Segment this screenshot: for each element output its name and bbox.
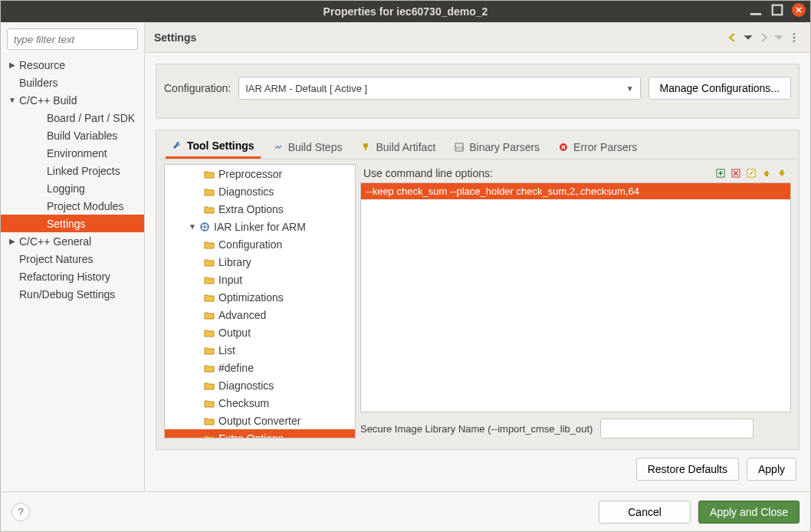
tool-tree-item[interactable]: Extra Options [165,200,355,218]
manage-configurations-button[interactable]: Manage Configurations... [648,77,791,100]
collapse-icon: ▼ [7,96,18,104]
sidebar-item[interactable]: Run/Debug Settings [1,285,144,303]
sidebar-item[interactable]: Project Natures [1,250,144,268]
panel-header: Settings [145,22,810,53]
tool-tree-item[interactable]: Diagnostics [165,182,355,200]
tool-tree-item[interactable]: Optimizations [165,288,355,306]
cancel-button[interactable]: Cancel [599,501,691,524]
settings-tabs: Tool SettingsBuild StepsBuild Artifact01… [159,130,796,159]
folder-icon [203,379,215,392]
sidebar-item[interactable]: Logging [1,179,144,197]
tool-tree-item[interactable]: Output Converter [165,412,355,429]
tab-binary-parsers[interactable]: 010Binary Parsers [448,135,546,159]
wrench-icon [172,140,182,151]
sidebar-item-label: Linked Projects [45,165,120,177]
folder-icon [203,309,215,321]
tool-tree[interactable]: PreprocessorDiagnosticsExtra Options▼IAR… [164,164,356,438]
delete-icon[interactable] [730,167,742,179]
category-tree[interactable]: ▶ResourceBuilders▼C/C++ BuildBoard / Par… [1,56,144,491]
move-down-icon[interactable] [776,167,788,179]
apply-button[interactable]: Apply [747,458,796,481]
trophy-icon [360,142,371,153]
category-sidebar: ▶ResourceBuilders▼C/C++ BuildBoard / Par… [1,22,145,491]
sidebar-item-label: Logging [45,182,85,195]
sidebar-item-label: Builders [18,77,58,89]
folder-icon [203,203,215,215]
tool-tree-item[interactable]: ▼IAR Linker for ARM [165,218,355,235]
move-up-icon[interactable] [760,167,773,179]
options-pane: Use command line options: --keep check_s… [360,164,791,438]
folder-icon [203,168,215,180]
tab-error-parsers[interactable]: Error Parsers [552,135,643,159]
configuration-value: IAR ARM - Default [ Active ] [245,83,367,94]
configuration-dropdown[interactable]: IAR ARM - Default [ Active ] ▼ [238,77,640,100]
forward-icon[interactable] [757,31,770,44]
sidebar-item-label: Project Natures [18,253,93,265]
tab-tool-settings[interactable]: Tool Settings [166,135,261,159]
back-icon[interactable] [726,31,740,44]
sidebar-item-label: Project Modules [45,200,123,212]
sidebar-item-label: C/C++ General [18,235,91,248]
svg-point-6 [793,40,796,42]
steps-icon [273,142,284,153]
sidebar-item[interactable]: Project Modules [1,197,144,215]
tool-tree-item[interactable]: Advanced [165,306,355,323]
minimize-icon[interactable] [749,3,763,17]
tool-tree-label: Diagnostics [218,186,274,198]
close-icon[interactable] [792,3,806,17]
svg-rect-1 [773,5,783,15]
window-title: Properties for iec60730_demo_2 [323,5,488,18]
dialog-footer: ? Cancel Apply and Close [1,491,810,531]
edit-icon[interactable] [745,167,757,179]
tool-tree-item[interactable]: Output [165,323,355,341]
folder-icon [203,291,215,304]
sidebar-item[interactable]: ▶C/C++ General [1,232,144,250]
sidebar-item[interactable]: Builders [1,74,144,91]
option-entry[interactable]: --keep check_sum --place_holder check_su… [361,183,790,199]
configuration-label: Configuration: [164,82,231,94]
back-menu-icon[interactable] [741,31,755,44]
tool-tree-item[interactable]: List [165,341,355,359]
tool-tree-label: Extra Options [218,432,284,439]
tab-build-steps[interactable]: Build Steps [267,135,349,159]
sidebar-item[interactable]: Settings [1,215,144,232]
sidebar-item[interactable]: Environment [1,144,144,162]
maximize-icon[interactable] [770,3,784,17]
sidebar-item[interactable]: Build Variables [1,126,144,144]
tool-tree-item[interactable]: Preprocessor [165,165,355,182]
tool-tree-label: Output Converter [218,415,300,427]
tool-tree-item[interactable]: #define [165,359,355,376]
secure-lib-input[interactable] [600,419,754,438]
sidebar-item[interactable]: ▶Resource [1,56,144,74]
tool-tree-item[interactable]: Extra Options [165,429,355,438]
tab-label: Build Steps [288,141,343,153]
linker-icon [199,221,211,233]
sidebar-item[interactable]: Board / Part / SDK [1,109,144,126]
tool-tree-label: Input [218,274,242,286]
tool-tree-item[interactable]: Library [165,253,355,271]
forward-menu-icon[interactable] [772,31,786,44]
folder-icon [203,397,215,409]
tab-build-artifact[interactable]: Build Artifact [354,135,442,159]
help-icon[interactable]: ? [11,503,30,521]
restore-defaults-button[interactable]: Restore Defaults [636,458,739,481]
tool-tree-item[interactable]: Checksum [165,394,355,412]
tab-label: Build Artifact [376,141,435,153]
expand-icon: ▶ [7,61,18,69]
add-icon[interactable] [714,167,727,179]
properties-dialog: Properties for iec60730_demo_2 ▶Resource… [0,0,811,532]
sidebar-item[interactable]: Refactoring History [1,268,144,285]
tool-tree-item[interactable]: Configuration [165,235,355,253]
filter-input[interactable] [7,28,138,50]
sidebar-item[interactable]: ▼C/C++ Build [1,91,144,109]
folder-icon [203,344,215,356]
view-menu-icon[interactable] [787,31,801,44]
svg-point-5 [793,36,796,38]
options-list[interactable]: --keep check_sum --place_holder check_su… [360,182,791,412]
tool-tree-item[interactable]: Input [165,271,355,288]
sidebar-item[interactable]: Linked Projects [1,162,144,179]
tool-tree-item[interactable]: Diagnostics [165,376,355,394]
apply-and-close-button[interactable]: Apply and Close [698,501,800,524]
tool-tree-label: Optimizations [218,291,284,304]
tool-tree-label: List [218,344,235,356]
